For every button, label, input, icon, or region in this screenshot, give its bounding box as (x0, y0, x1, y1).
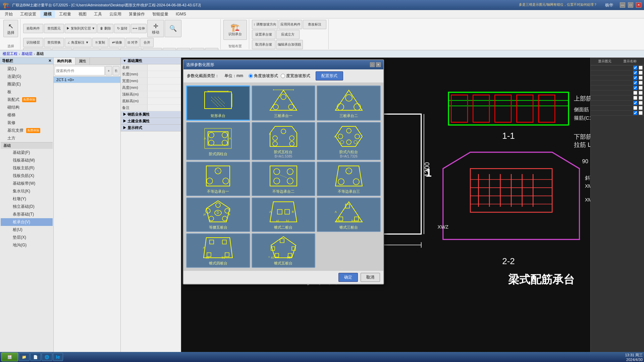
props-value-note[interactable] (148, 105, 181, 111)
legend-cb-9-name[interactable] (639, 106, 643, 110)
dialog-close[interactable]: ✕ (376, 62, 381, 67)
start-button[interactable]: 🪟 (1, 353, 18, 361)
props-value-length[interactable] (148, 71, 181, 77)
shape-card-cone2[interactable]: A a1 b1 B 锥式二桩台 (252, 197, 316, 232)
menu-quantity[interactable]: 工程量 (56, 11, 74, 18)
props-value-top-elev[interactable] (148, 91, 181, 98)
sidebar-item-pile[interactable]: 桩(U) (1, 226, 53, 234)
pickup-btn[interactable]: 拾取构件 (23, 24, 43, 33)
tab-properties[interactable]: 属性 (75, 58, 90, 65)
taskbar-ie[interactable]: Ie (53, 353, 63, 361)
legend-cb-6-name[interactable] (639, 91, 643, 95)
shape-card-uneven1[interactable]: 不等边承台一 (186, 162, 250, 196)
props-value-height[interactable] (148, 84, 181, 91)
menu-model[interactable]: 建模 (40, 11, 55, 18)
minimize-button[interactable]: — (620, 2, 625, 8)
menu-settings[interactable]: 工程设置 (17, 11, 40, 18)
move-btn[interactable]: 移动 (163, 48, 176, 50)
menu-tools[interactable]: 工具 (91, 11, 105, 18)
cut-btn[interactable]: 打断 (191, 48, 204, 50)
transform-btn[interactable]: ↕ 转换图元 (143, 48, 162, 50)
configure-button[interactable]: 配置形式 (316, 71, 343, 80)
menu-igms[interactable]: IGMS (172, 11, 190, 17)
lock-btn[interactable]: 🔒 锁定 ▼ (100, 48, 119, 50)
legend-cb-5-name[interactable] (639, 86, 643, 90)
shape-card-rect[interactable]: 矩形承台 (186, 85, 250, 121)
sidebar-item-strip[interactable]: 条形基础(T) (1, 210, 53, 218)
comp-item-zct1[interactable]: ZCT-1 <0> (54, 77, 120, 83)
props-section-civil[interactable]: ▶ 土建业务属性 (121, 118, 181, 125)
zoom-large-btn[interactable]: 🔍 (165, 20, 181, 37)
sidebar-item-earthwork[interactable]: 土方 (1, 134, 53, 142)
legend-cb-3-name[interactable] (639, 76, 643, 80)
shape-card-tri2[interactable]: 三桩承台二 (317, 85, 381, 121)
sidebar-item-raft[interactable]: 筏板基础(M) (1, 157, 53, 164)
shape-card-tri1[interactable]: 三桩承台一 (252, 85, 316, 121)
maximize-button[interactable]: □ (628, 2, 633, 8)
props-value-bot-elev[interactable] (148, 98, 181, 104)
rotate-btn[interactable]: ↻ 旋转 (114, 24, 130, 33)
legend-cb-2-show[interactable] (633, 71, 637, 75)
move-large-btn[interactable]: ✛ 移动 (147, 20, 164, 37)
radio-width-input[interactable] (281, 74, 285, 78)
sidebar-item-column-cap[interactable]: 柱墩(Y) (1, 195, 53, 203)
taskbar-browser[interactable]: 🌐 (42, 353, 52, 361)
legend-cb-1-name[interactable] (639, 66, 643, 70)
delete-btn[interactable]: 🗑 删除 (97, 24, 113, 33)
sidebar-item-prefab[interactable]: 装配式 免费体验 (1, 96, 53, 104)
sidebar-item-masonry[interactable]: 砌结构 (1, 104, 53, 111)
legend-cb-10-name[interactable] (639, 111, 643, 115)
legend-cb-10-show[interactable] (633, 111, 637, 115)
copy-btn[interactable]: ⎘ 复制 (92, 38, 108, 47)
legend-cb-7-name[interactable] (639, 96, 643, 100)
legend-cb-5-show[interactable] (633, 86, 637, 90)
adj-slope-btn[interactable]: ↕ 调整放坡方向 (252, 20, 278, 29)
legend-cb-8-show[interactable] (633, 101, 637, 105)
sidebar-item-beam[interactable]: 梁(L) (1, 65, 53, 73)
same-name-btn[interactable]: 应用同名构件 (279, 20, 302, 29)
tab-component-list[interactable]: 构件列表 (54, 58, 75, 65)
shape-card-cone3[interactable]: A a1 b1 锥式三桩台 (317, 197, 381, 232)
legend-cb-7-show[interactable] (633, 96, 637, 100)
sidebar-item-stair[interactable]: 楼梯 (1, 111, 53, 119)
sidebar-item-ringbeam[interactable]: 圈梁(E) (1, 80, 53, 88)
shape-card-cone5[interactable]: < a1 b1 锥式五桩台 (252, 233, 316, 268)
sidebar-item-cushion[interactable]: 垫层(X) (1, 234, 53, 241)
shape-card-uneven3[interactable]: 不等边承台三 (317, 162, 381, 196)
sidebar-item-raft-rebar[interactable]: 筏板主筋(R) (1, 164, 53, 172)
check-btn[interactable]: 查找替换 (44, 38, 64, 47)
select-button[interactable]: ↖ 选择 (3, 20, 18, 37)
props-value-width[interactable] (148, 78, 181, 84)
find-btn[interactable]: 查找图元 (44, 24, 64, 33)
nav-close[interactable]: ✕ (48, 59, 51, 63)
shape-card-uneven4[interactable]: D B C jd 等腰五桩台 (186, 197, 250, 232)
legend-cb-2-name[interactable] (639, 71, 643, 75)
legend-cb-4-name[interactable] (639, 81, 643, 85)
angle-btn[interactable]: ∠ 角度标注 ▼ (65, 38, 92, 47)
sidebar-item-slab[interactable]: 板 (1, 88, 53, 96)
taskbar-file-manager[interactable]: 📁 (19, 353, 30, 361)
shape-card-cone4[interactable]: A a1 b1 锥式四桩台 (186, 233, 250, 268)
props-section-rebar[interactable]: ▶ 钢筋业务属性 (121, 111, 181, 118)
comp-search-input[interactable] (55, 66, 105, 75)
menu-calculate[interactable]: 算量操作 (125, 11, 148, 18)
sidebar-item-raft-neg[interactable]: 筏板负筋(X) (1, 172, 53, 180)
sidebar-item-pile-cap[interactable]: 桩承台(V) (1, 218, 53, 226)
shape-card-uneven2[interactable]: 不等边承台二 (252, 162, 316, 196)
shape-card-step4[interactable]: A A 阶式四柱台 (186, 122, 250, 160)
menu-view[interactable]: 视图 (75, 11, 90, 18)
shape-card-step5[interactable]: A 阶式五柱台 B=A/1.5385 (252, 122, 316, 160)
copy-component-btn[interactable]: ▶ 复制到其它层 ▼ (65, 24, 97, 33)
props-value-name[interactable] (148, 64, 181, 71)
align-btn[interactable]: ⊟ 对齐 (126, 38, 140, 47)
taskbar-pdf[interactable]: 📄 (30, 353, 41, 361)
make-side-btn[interactable]: 应成立方 (276, 30, 300, 39)
stretch-btn[interactable]: ⟺ 拉伸 (131, 24, 147, 33)
props-section-basic[interactable]: ▼ 基础属性 (121, 58, 181, 64)
legend-cb-9-show[interactable] (633, 106, 637, 110)
props-section-display[interactable]: ▶ 显示样式 (121, 125, 181, 131)
radio-angle-input[interactable] (249, 74, 253, 78)
sidebar-item-isolated[interactable]: 独立基础(D) (1, 203, 53, 210)
legend-cb-4-show[interactable] (633, 81, 637, 85)
dialog-maximize[interactable]: □ (370, 62, 375, 67)
